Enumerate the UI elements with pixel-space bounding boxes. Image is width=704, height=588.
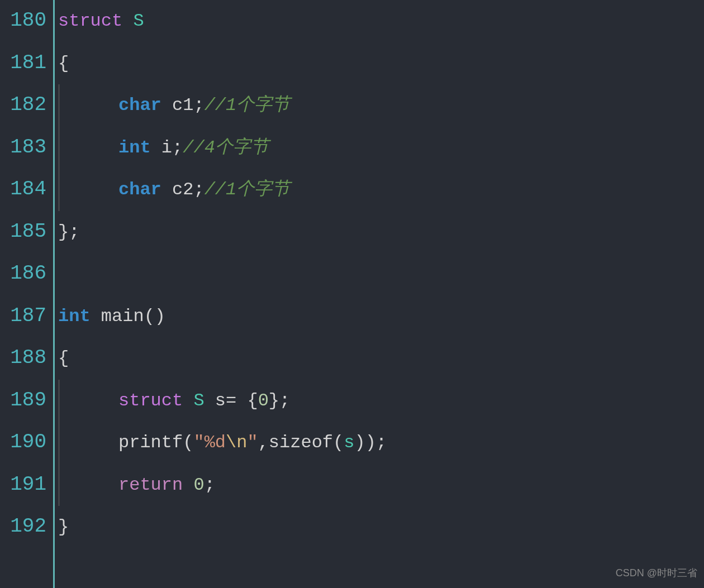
indent-guide [58,169,60,211]
code-token: struct [58,0,122,42]
code-line[interactable]: struct S [58,0,704,42]
line-number: 192 [0,506,49,548]
line-number-gutter: 180181182183184185186187188189190191192 [0,0,53,588]
line-number: 189 [0,380,49,422]
code-token: ( [183,422,193,464]
code-line[interactable]: struct S s= {0}; [58,380,704,422]
code-token: c2 [172,169,193,211]
code-token: sizeof [269,422,333,464]
code-line[interactable]: int main() [58,295,704,338]
code-token: S [193,380,204,422]
code-token: "%d [193,422,226,464]
code-line[interactable]: printf("%d\n",sizeof(s)); [58,422,704,464]
code-line[interactable]: char c1;//1个字节 [58,84,704,127]
code-token: printf [118,422,183,464]
line-number: 187 [0,295,49,338]
code-token: //4个字节 [183,127,269,169]
code-token [161,84,172,127]
line-number: 186 [0,253,49,295]
code-token: , [258,422,269,464]
code-token [151,127,161,169]
code-token: " [247,422,258,464]
code-token: char [118,84,161,127]
code-token: i [161,127,172,169]
line-number: 181 [0,42,49,85]
line-number: 190 [0,422,49,464]
line-number: 183 [0,127,49,169]
indent-guide [58,84,60,127]
code-token: s [215,380,226,422]
line-number: 188 [0,337,49,380]
line-number: 184 [0,169,49,211]
code-token: char [118,169,161,211]
code-token: ; [193,169,204,211]
code-token: ( [333,422,344,464]
code-line[interactable]: { [58,42,704,85]
code-token [161,169,172,211]
code-line[interactable] [58,253,704,295]
line-number: 180 [0,0,49,42]
code-token: }; [58,211,79,254]
line-number: 191 [0,464,49,506]
watermark-text: CSDN @时时三省 [616,561,697,585]
code-token: //1个字节 [204,84,291,127]
code-area[interactable]: struct S{char c1;//1个字节int i;//4个字节char … [53,0,704,588]
indent-guide [58,380,60,422]
code-token: main [101,295,144,338]
code-token: }; [269,380,290,422]
code-token: ; [193,84,204,127]
code-token: )); [354,422,387,464]
code-token: \n [226,422,247,464]
code-token [122,0,133,42]
code-line[interactable]: }; [58,211,704,254]
code-token: struct [118,380,183,422]
code-token: = { [226,380,258,422]
code-token: s [344,422,354,464]
indent-guide [58,127,60,169]
code-line[interactable]: { [58,337,704,380]
code-line[interactable]: } [58,506,704,548]
code-token: int [58,295,91,338]
code-token: 0 [258,380,269,422]
code-token: S [133,0,144,42]
code-line[interactable]: return 0; [58,464,704,506]
code-token: ; [172,127,183,169]
code-token: ; [204,464,215,506]
indent-guide [58,464,60,506]
line-number: 182 [0,84,49,127]
code-line[interactable]: int i;//4个字节 [58,127,704,169]
code-editor[interactable]: 180181182183184185186187188189190191192 … [0,0,704,588]
code-token [204,380,215,422]
code-token: { [58,337,69,380]
code-token: return [118,464,183,506]
code-token [91,295,101,338]
code-token [183,380,193,422]
code-token [183,464,193,506]
code-token: 0 [193,464,204,506]
code-token: { [58,42,69,85]
code-token: () [144,295,165,338]
indent-guide [58,422,60,464]
code-token: //1个字节 [204,169,291,211]
code-token: int [118,127,151,169]
code-line[interactable]: char c2;//1个字节 [58,169,704,211]
line-number: 185 [0,211,49,254]
code-token: } [58,506,69,548]
code-token: c1 [172,84,193,127]
